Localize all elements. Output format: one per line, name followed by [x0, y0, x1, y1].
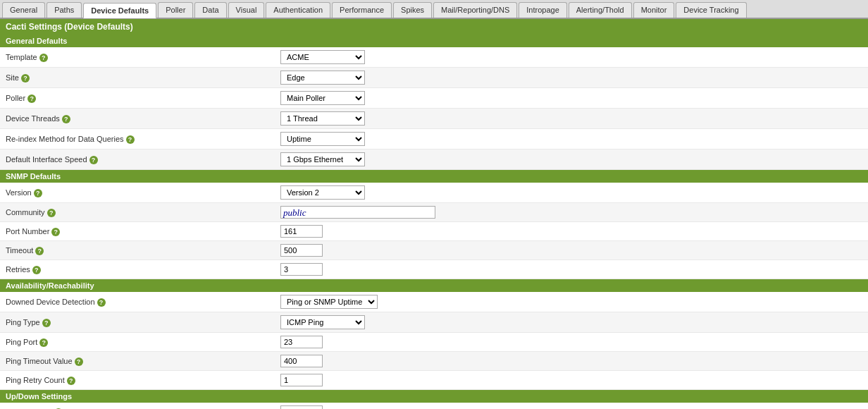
content-wrapper: Cacti Settings (Device Defaults) General… — [0, 19, 868, 409]
table-row: Ping Retry Count? — [0, 371, 868, 390]
row-value: 1 Thread — [275, 109, 868, 129]
tab-alerting-thold[interactable]: Alerting/Thold — [569, 2, 632, 18]
row-value — [275, 260, 868, 279]
tab-data[interactable]: Data — [194, 2, 226, 18]
table-row: Community?public — [0, 203, 868, 222]
settings-table: Version?Version 2Community?publicPort Nu… — [0, 183, 868, 279]
field-input[interactable] — [280, 225, 323, 238]
help-icon[interactable]: ? — [42, 319, 51, 327]
field-input[interactable] — [280, 244, 323, 257]
row-label: Community? — [0, 203, 275, 222]
help-icon[interactable]: ? — [62, 115, 70, 123]
help-icon[interactable]: ? — [97, 298, 106, 307]
section-header: Availability/Reachability — [0, 279, 868, 292]
field-input-long[interactable] — [280, 206, 435, 219]
table-row: Downed Device Detection?Ping or SNMP Upt… — [0, 292, 868, 312]
row-value: Version 2 — [275, 183, 868, 203]
help-icon[interactable]: ? — [32, 266, 41, 274]
settings-table: Failure Count?Recovery Count? — [0, 403, 868, 409]
table-row: Device Threads?1 Thread — [0, 109, 868, 129]
field-input[interactable] — [280, 263, 323, 276]
row-label: Retries? — [0, 260, 275, 279]
row-label: Version? — [0, 183, 275, 203]
row-value: Uptime — [275, 129, 868, 149]
table-row: Re-index Method for Data Queries?Uptime — [0, 129, 868, 149]
field-select[interactable]: ACME — [280, 50, 365, 64]
row-value: ICMP Ping — [275, 312, 868, 333]
help-icon[interactable]: ? — [35, 247, 44, 255]
row-value: public — [275, 203, 868, 222]
field-select[interactable]: Main Poller — [280, 91, 365, 105]
field-select[interactable]: 1 Thread — [280, 111, 365, 126]
help-icon[interactable]: ? — [39, 54, 48, 62]
tab-device-defaults[interactable]: Device Defaults — [83, 3, 156, 18]
row-value: Edge — [275, 68, 868, 88]
row-value — [275, 352, 868, 371]
tab-device-tracking[interactable]: Device Tracking — [676, 2, 746, 18]
field-input[interactable] — [280, 405, 323, 409]
row-label: Default Interface Speed? — [0, 149, 275, 170]
tab-monitor[interactable]: Monitor — [633, 2, 675, 18]
field-input[interactable] — [280, 336, 323, 348]
tab-poller[interactable]: Poller — [158, 2, 193, 18]
help-icon[interactable]: ? — [34, 189, 42, 197]
row-value — [275, 403, 868, 409]
row-value — [275, 371, 868, 390]
table-row: Port Number? — [0, 222, 868, 241]
help-icon[interactable]: ? — [21, 74, 30, 83]
row-label: Ping Type? — [0, 312, 275, 333]
tab-intropage[interactable]: Intropage — [519, 2, 566, 18]
field-select[interactable]: Edge — [280, 71, 365, 85]
table-row: Version?Version 2 — [0, 183, 868, 203]
field-input[interactable] — [280, 355, 323, 367]
row-label: Poller? — [0, 88, 275, 109]
tab-visual[interactable]: Visual — [228, 2, 265, 18]
table-row: Default Interface Speed?1 Gbps Ethernet — [0, 149, 868, 170]
row-value — [275, 333, 868, 352]
help-icon[interactable]: ? — [47, 209, 56, 217]
row-value: ACME — [275, 47, 868, 68]
row-value: Ping or SNMP Uptime — [275, 292, 868, 312]
tab-bar: GeneralPathsDevice DefaultsPollerDataVis… — [0, 0, 868, 19]
tab-general[interactable]: General — [2, 2, 45, 18]
section-header: Up/Down Settings — [0, 390, 868, 403]
section-header: General Defaults — [0, 35, 868, 47]
field-select[interactable]: Ping or SNMP Uptime — [280, 295, 378, 309]
table-row: Failure Count? — [0, 403, 868, 409]
row-value — [275, 222, 868, 241]
help-icon[interactable]: ? — [89, 156, 98, 164]
tab-authentication[interactable]: Authentication — [266, 2, 330, 18]
table-row: Template?ACME — [0, 47, 868, 68]
page-title: Cacti Settings (Device Defaults) — [0, 19, 868, 35]
field-select[interactable]: Uptime — [280, 132, 365, 146]
field-select[interactable]: ICMP Ping — [280, 315, 365, 329]
row-label: Failure Count? — [0, 403, 275, 409]
table-row: Retries? — [0, 260, 868, 279]
help-icon[interactable]: ? — [27, 94, 36, 103]
settings-table: Downed Device Detection?Ping or SNMP Upt… — [0, 292, 868, 390]
help-icon[interactable]: ? — [75, 358, 83, 366]
help-icon[interactable]: ? — [51, 228, 60, 236]
help-icon[interactable]: ? — [126, 135, 135, 144]
row-label: Device Threads? — [0, 109, 275, 129]
row-label: Downed Device Detection? — [0, 292, 275, 312]
row-value: Main Poller — [275, 88, 868, 109]
table-row: Ping Type?ICMP Ping — [0, 312, 868, 333]
field-select[interactable]: 1 Gbps Ethernet — [280, 152, 365, 166]
table-row: Ping Timeout Value? — [0, 352, 868, 371]
row-label: Template? — [0, 47, 275, 68]
table-row: Ping Port? — [0, 333, 868, 352]
row-label: Port Number? — [0, 222, 275, 241]
help-icon[interactable]: ? — [39, 338, 48, 347]
row-label: Site? — [0, 68, 275, 88]
tab-paths[interactable]: Paths — [46, 2, 82, 18]
tab-spikes[interactable]: Spikes — [393, 2, 432, 18]
tab-performance[interactable]: Performance — [332, 2, 392, 18]
field-select[interactable]: Version 2 — [280, 185, 365, 200]
table-row: Poller?Main Poller — [0, 88, 868, 109]
table-row: Site?Edge — [0, 68, 868, 88]
tab-mail-reporting-dns[interactable]: Mail/Reporting/DNS — [433, 2, 517, 18]
row-label: Ping Port? — [0, 333, 275, 352]
help-icon[interactable]: ? — [67, 377, 75, 385]
field-input[interactable] — [280, 374, 323, 386]
